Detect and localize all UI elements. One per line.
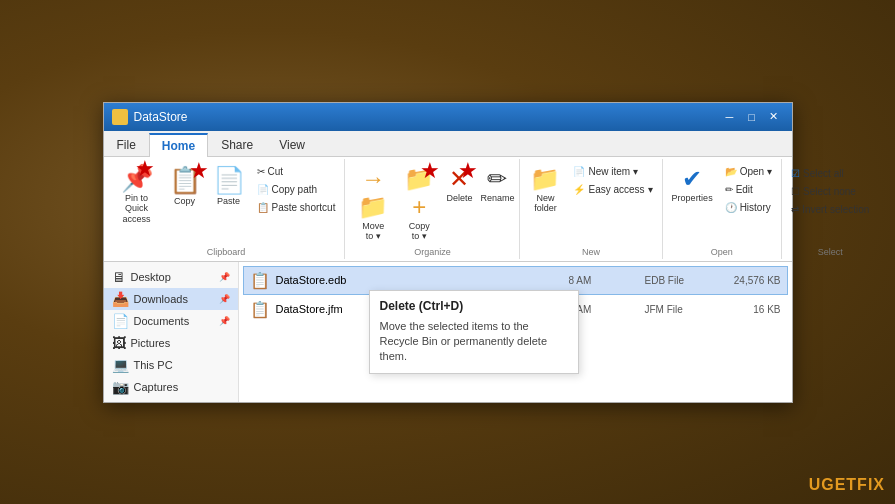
sidebar-pictures-label: Pictures [131,337,171,349]
select-label: Select [786,245,874,257]
sidebar-item-captures[interactable]: 📷 Captures [104,376,238,398]
sidebar-item-pictures[interactable]: 🖼 Pictures [104,332,238,354]
sidebar-captures-label: Captures [134,381,179,393]
easy-access-label: Easy access [588,184,644,195]
invert-icon: ⇄ [791,204,799,215]
rename-icon: ✏ [487,165,507,193]
paste-shortcut-icon: 📋 [257,202,269,213]
open-buttons: ✔ Properties 📂 Open ▾ ✏ Edit 🕐 [667,161,778,245]
clipboard-small-buttons: ✂ Cut 📄 Copy path 📋 Paste shortcut [252,161,341,216]
tab-home[interactable]: Home [149,133,208,157]
window-title: DataStore [134,110,714,124]
open-label: Open [740,166,764,177]
paste-label: Paste [217,196,240,206]
properties-label: Properties [672,193,713,203]
edb-file-icon: 📋 [250,271,270,290]
new-folder-button[interactable]: 📁 Newfolder [524,161,566,217]
close-button[interactable]: ✕ [764,108,784,126]
organize-label: Organize [349,245,515,257]
ribbon-group-new: 📁 Newfolder 📄 New item ▾ ⚡ Easy access ▾ [520,159,662,259]
select-all-label: Select all [803,168,844,179]
sidebar-thispc-label: This PC [134,359,173,371]
clipboard-buttons: 📌 ★ Pin toQuickaccess 📋 ★ Copy [112,161,341,245]
organize-buttons: →📁 Moveto ▾ 📁+ ★ Copyto ▾ ✕ ★ Delete [349,161,515,245]
jfm-file-date: 1 AM [569,304,639,315]
pin-to-quick-access-button[interactable]: 📌 ★ Pin toQuickaccess [112,161,162,229]
rename-button[interactable]: ✏ Rename [479,161,515,207]
sidebar-item-documents[interactable]: 📄 Documents 📌 [104,310,238,332]
new-item-button[interactable]: 📄 New item ▾ [568,163,657,180]
ribbon-group-organize: →📁 Moveto ▾ 📁+ ★ Copyto ▾ ✕ ★ Delete [345,159,520,259]
sidebar-desktop-label: Desktop [131,271,171,283]
ribbon-tabs: File Home Share View [104,131,792,157]
history-icon: 🕐 [725,202,737,213]
copy-path-icon: 📄 [257,184,269,195]
sidebar-downloads-label: Downloads [134,293,188,305]
invert-label: Invert selection [802,204,869,215]
new-item-arrow: ▾ [633,166,638,177]
invert-selection-button[interactable]: ⇄ Invert selection [786,201,874,218]
edb-file-name: DataStore.edb [276,274,563,286]
open-button[interactable]: 📂 Open ▾ [720,163,777,180]
edit-label: Edit [736,184,753,195]
tab-share[interactable]: Share [208,133,266,156]
paste-big-button[interactable]: 📄 Paste [208,161,250,210]
ribbon-group-open: ✔ Properties 📂 Open ▾ ✏ Edit 🕐 [663,159,783,259]
thispc-icon: 💻 [112,357,129,373]
select-none-button[interactable]: ☐ Select none [786,183,874,200]
delete-annotation-star: ★ [458,158,478,184]
new-folder-label: Newfolder [534,193,557,213]
sidebar-item-downloads[interactable]: 📥 Downloads 📌 [104,288,238,310]
copy-path-button[interactable]: 📄 Copy path [252,181,341,198]
open-label: Open [667,245,778,257]
open-small-buttons: 📂 Open ▾ ✏ Edit 🕐 History [720,161,777,216]
maximize-button[interactable]: □ [742,108,762,126]
delete-button[interactable]: ✕ ★ Delete [441,161,477,207]
copy-to-button[interactable]: 📁+ ★ Copyto ▾ [399,161,440,245]
downloads-icon: 📥 [112,291,129,307]
tab-file[interactable]: File [104,133,149,156]
sidebar-item-thispc[interactable]: 💻 This PC [104,354,238,376]
downloads-pin-icon: 📌 [219,294,230,304]
documents-icon: 📄 [112,313,129,329]
paste-shortcut-label: Paste shortcut [272,202,336,213]
cut-button[interactable]: ✂ Cut [252,163,341,180]
properties-button[interactable]: ✔ Properties [667,161,718,207]
new-small-buttons: 📄 New item ▾ ⚡ Easy access ▾ [568,161,657,198]
history-button[interactable]: 🕐 History [720,199,777,216]
copy-to-label: Copyto ▾ [409,221,430,241]
ribbon: 📌 ★ Pin toQuickaccess 📋 ★ Copy [104,157,792,262]
jfm-file-icon: 📋 [250,300,270,319]
paste-shortcut-button[interactable]: 📋 Paste shortcut [252,199,341,216]
copy-big-button[interactable]: 📋 ★ Copy [164,161,206,210]
pin-annotation-star: ★ [135,158,155,180]
tab-view[interactable]: View [266,133,318,156]
desktop-icon: 🖥 [112,269,126,285]
file-list: 📋 DataStore.edb 8 AM EDB File 24,576 KB … [239,262,792,402]
cut-label: Cut [268,166,284,177]
watermark: UGETFIX [809,476,885,494]
edit-icon: ✏ [725,184,733,195]
documents-pin-icon: 📌 [219,316,230,326]
paste-icon: 📄 [213,165,245,196]
properties-icon: ✔ [682,165,702,193]
edit-button[interactable]: ✏ Edit [720,181,777,198]
sidebar-item-desktop[interactable]: 🖥 Desktop 📌 [104,266,238,288]
minimize-button[interactable]: ─ [720,108,740,126]
title-bar: DataStore ─ □ ✕ [104,103,792,131]
easy-access-button[interactable]: ⚡ Easy access ▾ [568,181,657,198]
tooltip-body: Move the selected items to the Recycle B… [380,319,568,365]
move-to-button[interactable]: →📁 Moveto ▾ [349,161,396,245]
edb-file-type: EDB File [645,275,715,286]
rename-label: Rename [480,193,514,203]
ribbon-group-clipboard: 📌 ★ Pin toQuickaccess 📋 ★ Copy [108,159,346,259]
pictures-icon: 🖼 [112,335,126,351]
title-icon [112,109,128,125]
jfm-file-size: 16 KB [721,304,781,315]
select-all-button[interactable]: ☑ Select all [786,165,874,182]
pin-label: Pin toQuickaccess [122,193,150,225]
move-to-label: Moveto ▾ [362,221,384,241]
select-none-label: Select none [803,186,856,197]
copy-path-label: Copy path [272,184,318,195]
delete-tooltip: Delete (Ctrl+D) Move the selected items … [369,290,579,374]
